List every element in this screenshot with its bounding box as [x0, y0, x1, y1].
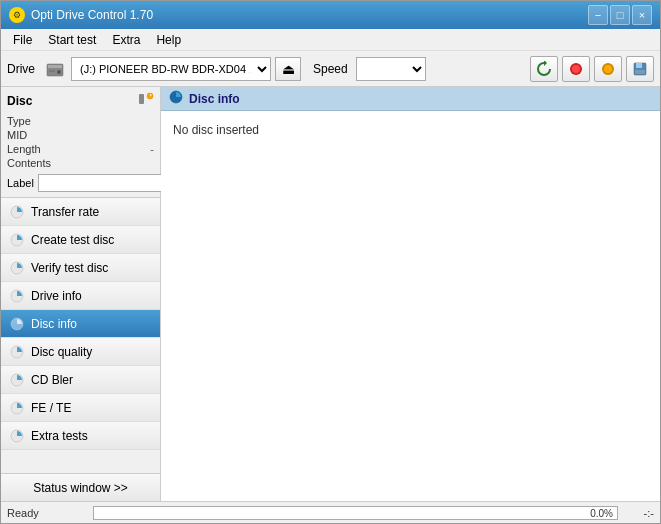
fe-te-label: FE / TE [31, 401, 71, 415]
svg-rect-3 [49, 70, 55, 72]
sidebar-item-cd-bler[interactable]: CD Bler [1, 366, 160, 394]
svg-rect-9 [636, 63, 642, 68]
svg-point-7 [604, 65, 612, 73]
disc-refresh-icon[interactable] [138, 91, 154, 110]
main-window: ⚙ Opti Drive Control 1.70 − □ × File Sta… [0, 0, 661, 524]
disc-quality-label: Disc quality [31, 345, 92, 359]
menu-bar: File Start test Extra Help [1, 29, 660, 51]
drive-info-label: Drive info [31, 289, 82, 303]
disc-section-title: Disc [7, 94, 32, 108]
sidebar-item-disc-info[interactable]: Disc info [1, 310, 160, 338]
fe-te-icon [9, 400, 25, 416]
content-body: No disc inserted [161, 111, 660, 501]
sidebar-item-fe-te[interactable]: FE / TE [1, 394, 160, 422]
close-button[interactable]: × [632, 5, 652, 25]
status-window-label: Status window >> [33, 481, 128, 495]
drive-select-container: (J:) PIONEER BD-RW BDR-XD04 1.30 [43, 57, 271, 81]
extra-tests-icon [9, 428, 25, 444]
disc-type-row: Type [7, 114, 154, 128]
sidebar-item-verify-test-disc[interactable]: Verify test disc [1, 254, 160, 282]
sidebar-item-transfer-rate[interactable]: Transfer rate [1, 198, 160, 226]
svg-point-5 [572, 65, 580, 73]
drive-icon [43, 57, 67, 81]
disc-mid-row: MID [7, 128, 154, 142]
window-title: Opti Drive Control 1.70 [31, 8, 153, 22]
svg-rect-10 [635, 70, 645, 74]
eject-icon: ⏏ [282, 61, 295, 77]
maximize-button[interactable]: □ [610, 5, 630, 25]
app-icon: ⚙ [9, 7, 25, 23]
status-progress-text: 0.0% [590, 507, 613, 518]
disc-length-value: - [150, 143, 154, 155]
content-header-icon [169, 90, 183, 107]
cd-bler-label: CD Bler [31, 373, 73, 387]
cd-bler-icon [9, 372, 25, 388]
disc-length-row: Length - [7, 142, 154, 156]
content-area: Disc info No disc inserted [161, 87, 660, 501]
disc-info-icon [9, 316, 25, 332]
svg-rect-11 [139, 94, 144, 104]
title-controls: − □ × [588, 5, 652, 25]
title-bar-left: ⚙ Opti Drive Control 1.70 [9, 7, 153, 23]
status-bar: Ready 0.0% -:- [1, 501, 660, 523]
create-test-disc-label: Create test disc [31, 233, 114, 247]
status-ready-text: Ready [7, 507, 87, 519]
minimize-button[interactable]: − [588, 5, 608, 25]
disc-label-text: Label [7, 177, 34, 189]
red-circle-icon [568, 61, 584, 77]
save-button[interactable] [626, 56, 654, 82]
content-header-title: Disc info [189, 92, 240, 106]
transfer-rate-label: Transfer rate [31, 205, 99, 219]
sidebar-item-disc-quality[interactable]: Disc quality [1, 338, 160, 366]
sidebar: Disc Type MID [1, 87, 161, 501]
create-test-disc-icon [9, 232, 25, 248]
status-time: -:- [624, 507, 654, 519]
no-disc-text: No disc inserted [173, 123, 259, 137]
eject-button[interactable]: ⏏ [275, 57, 301, 81]
disc-contents-label: Contents [7, 157, 51, 169]
refresh-button[interactable] [530, 56, 558, 82]
status-window-button[interactable]: Status window >> [1, 473, 160, 501]
toolbar: Drive (J:) PIONEER BD-RW BDR-XD04 1.30 ⏏… [1, 51, 660, 87]
drive-info-icon [9, 288, 25, 304]
content-header: Disc info [161, 87, 660, 111]
svg-point-2 [57, 70, 61, 74]
disc-length-label: Length [7, 143, 41, 155]
save-icon [632, 61, 648, 77]
drive-selector[interactable]: (J:) PIONEER BD-RW BDR-XD04 1.30 [71, 57, 271, 81]
nav-items: Transfer rate Create test disc [1, 198, 160, 473]
svg-rect-1 [48, 65, 62, 68]
disc-info-label: Disc info [31, 317, 77, 331]
disc-section: Disc Type MID [1, 87, 160, 198]
status-progress-container: 0.0% [93, 506, 618, 520]
drive-label: Drive [7, 62, 35, 76]
disc-type-label: Type [7, 115, 31, 127]
refresh-icon [536, 61, 552, 77]
disc-mid-label: MID [7, 129, 27, 141]
verify-test-disc-icon [9, 260, 25, 276]
action-button-2[interactable] [594, 56, 622, 82]
menu-extra[interactable]: Extra [104, 31, 148, 49]
disc-quality-icon [9, 344, 25, 360]
speed-label: Speed [313, 62, 348, 76]
disc-contents-row: Contents [7, 156, 154, 170]
yellow-circle-icon [600, 61, 616, 77]
menu-file[interactable]: File [5, 31, 40, 49]
title-bar: ⚙ Opti Drive Control 1.70 − □ × [1, 1, 660, 29]
sidebar-item-create-test-disc[interactable]: Create test disc [1, 226, 160, 254]
transfer-rate-icon [9, 204, 25, 220]
menu-help[interactable]: Help [148, 31, 189, 49]
main-content: Disc Type MID [1, 87, 660, 501]
sidebar-item-drive-info[interactable]: Drive info [1, 282, 160, 310]
disc-header: Disc [7, 91, 154, 110]
action-button-1[interactable] [562, 56, 590, 82]
extra-tests-label: Extra tests [31, 429, 88, 443]
disc-label-row: Label ★ [7, 172, 154, 193]
speed-selector[interactable] [356, 57, 426, 81]
menu-start-test[interactable]: Start test [40, 31, 104, 49]
sidebar-item-extra-tests[interactable]: Extra tests [1, 422, 160, 450]
verify-test-disc-label: Verify test disc [31, 261, 108, 275]
